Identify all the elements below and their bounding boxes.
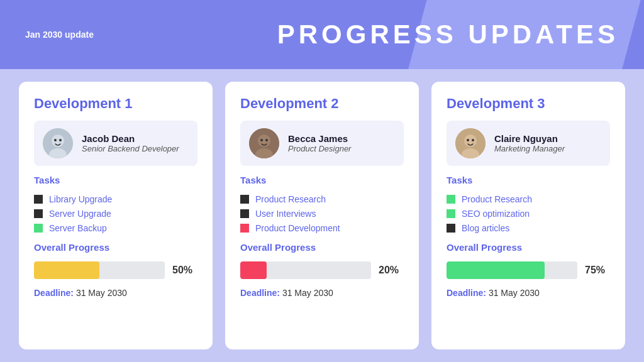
- svg-point-13: [467, 139, 469, 141]
- person-role-dev2: Product Designer: [288, 144, 351, 153]
- task-item: Server Upgrade: [34, 209, 197, 219]
- task-label: SEO optimization: [462, 209, 530, 219]
- task-label: Product Research: [462, 194, 532, 204]
- progress-pct-dev1: 50%: [172, 265, 197, 276]
- tasks-label-dev1: Tasks: [34, 175, 197, 185]
- task-dot-red: [240, 224, 249, 233]
- task-item: SEO optimization: [447, 209, 610, 219]
- card-title-dev2: Development 2: [240, 96, 404, 112]
- tasks-label-dev2: Tasks: [240, 175, 404, 185]
- task-dot-black: [240, 209, 249, 218]
- card-dev3: Development 3 Claire Nguyan Marketing Ma…: [431, 82, 625, 349]
- progress-label-dev2: Overall Progress: [240, 242, 404, 253]
- cards-container: Development 1 Jacob Dean Senior Backend …: [0, 69, 644, 362]
- deadline-value-dev1: 31 May 2030: [76, 288, 127, 298]
- task-list-dev1: Library Upgrade Server Upgrade Server Ba…: [34, 194, 197, 233]
- task-dot-black: [240, 195, 249, 204]
- card-title-dev1: Development 1: [34, 96, 197, 112]
- task-label: Product Research: [255, 194, 326, 204]
- deadline-label-dev3: Deadline:: [447, 288, 486, 298]
- card-title-dev3: Development 3: [447, 96, 610, 112]
- progress-pct-dev2: 20%: [379, 265, 404, 276]
- person-name-dev3: Claire Nguyan: [494, 133, 565, 144]
- deadline-value-dev3: 31 May 2030: [489, 288, 540, 298]
- person-section-dev1: Jacob Dean Senior Backend Developer: [34, 121, 197, 166]
- avatar-dev3: [455, 128, 486, 158]
- task-dot-black: [34, 209, 43, 218]
- task-label: Product Development: [255, 223, 340, 233]
- task-dot-green: [447, 209, 455, 218]
- task-label: User Interviews: [255, 209, 316, 219]
- deadline-label-dev2: Deadline:: [240, 288, 280, 298]
- task-item: Product Research: [447, 194, 610, 204]
- task-label: Server Upgrade: [49, 209, 111, 219]
- task-label: Server Backup: [49, 223, 107, 233]
- progress-label-dev3: Overall Progress: [447, 242, 610, 253]
- person-name-dev1: Jacob Dean: [82, 133, 179, 144]
- svg-point-4: [59, 139, 62, 141]
- deadline-dev2: Deadline: 31 May 2030: [240, 288, 404, 298]
- task-list-dev2: Product Research User Interviews Product…: [240, 194, 404, 233]
- task-item: Product Development: [240, 223, 404, 233]
- task-dot-green: [34, 224, 43, 233]
- task-list-dev3: Product Research SEO optimization Blog a…: [447, 194, 610, 233]
- avatar-dev2: [249, 128, 279, 158]
- person-section-dev3: Claire Nguyan Marketing Manager: [447, 121, 610, 166]
- task-item: Library Upgrade: [34, 194, 197, 204]
- person-info-dev1: Jacob Dean Senior Backend Developer: [82, 133, 179, 153]
- svg-point-3: [54, 139, 57, 141]
- person-info-dev3: Claire Nguyan Marketing Manager: [494, 133, 565, 153]
- person-info-dev2: Becca James Product Designer: [288, 133, 351, 153]
- svg-point-9: [265, 139, 268, 141]
- progress-track-dev3: [447, 261, 577, 279]
- person-name-dev2: Becca James: [288, 133, 351, 144]
- task-dot-green: [447, 195, 455, 204]
- tasks-label-dev3: Tasks: [447, 175, 610, 185]
- task-label: Blog articles: [462, 223, 509, 233]
- person-section-dev2: Becca James Product Designer: [240, 121, 404, 166]
- task-dot-black: [34, 195, 43, 204]
- progress-pct-dev3: 75%: [585, 265, 610, 276]
- progress-bar-container-dev3: 75%: [447, 261, 610, 279]
- progress-fill-dev3: [447, 261, 545, 279]
- deadline-dev3: Deadline: 31 May 2030: [447, 288, 610, 298]
- task-item: Blog articles: [447, 223, 610, 233]
- person-role-dev1: Senior Backend Developer: [82, 144, 179, 153]
- header-title: PROGRESS UPDATES: [277, 19, 619, 50]
- progress-fill-dev2: [240, 261, 267, 279]
- deadline-value-dev2: 31 May 2030: [282, 288, 333, 298]
- card-dev1: Development 1 Jacob Dean Senior Backend …: [19, 82, 213, 349]
- task-item: Product Research: [240, 194, 404, 204]
- progress-track-dev2: [240, 261, 371, 279]
- avatar-dev1: [43, 128, 73, 158]
- progress-bar-container-dev2: 20%: [240, 261, 404, 279]
- task-label: Library Upgrade: [49, 194, 112, 204]
- person-role-dev3: Marketing Manager: [494, 144, 565, 153]
- svg-point-8: [260, 139, 263, 141]
- progress-track-dev1: [34, 261, 165, 279]
- task-item: User Interviews: [240, 209, 404, 219]
- svg-point-14: [472, 139, 474, 141]
- task-dot-black: [447, 224, 455, 233]
- task-item: Server Backup: [34, 223, 197, 233]
- deadline-dev1: Deadline: 31 May 2030: [34, 288, 197, 298]
- deadline-label-dev1: Deadline:: [34, 288, 74, 298]
- header-date: Jan 2030 update: [25, 30, 94, 40]
- card-dev2: Development 2 Becca James Product Design…: [225, 82, 419, 349]
- progress-fill-dev1: [34, 261, 99, 279]
- header: Jan 2030 update PROGRESS UPDATES: [0, 0, 644, 69]
- progress-bar-container-dev1: 50%: [34, 261, 197, 279]
- progress-label-dev1: Overall Progress: [34, 242, 197, 253]
